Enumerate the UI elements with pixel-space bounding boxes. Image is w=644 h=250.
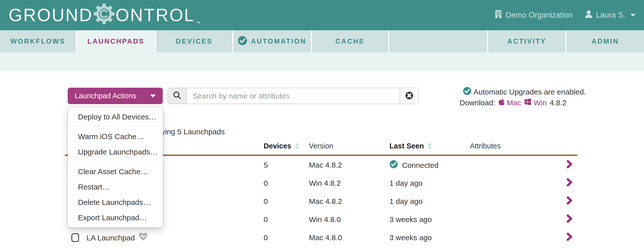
search-addon [168, 88, 187, 104]
download-win-link[interactable]: Win [524, 98, 547, 107]
last-seen-value: 3 weeks ago [389, 233, 432, 242]
menu-item-warm-ios-cache[interactable]: Warm iOS Cache… [68, 129, 163, 144]
tab-activity[interactable]: ACTIVITY [488, 30, 567, 52]
sub-nav-band [0, 52, 644, 71]
chevron-right-icon[interactable] [567, 160, 573, 170]
column-header-last-seen[interactable]: Last Seen [389, 142, 432, 150]
apple-icon [498, 98, 505, 108]
tab-admin[interactable]: ADMIN [567, 30, 644, 52]
sort-icon [295, 143, 299, 149]
devices-count: 0 [264, 215, 268, 224]
connected-check-icon [389, 160, 398, 170]
row-checkbox[interactable] [71, 233, 79, 242]
version-value: Win 4.8.0 [309, 215, 341, 224]
column-header-attributes: Attributes [470, 142, 501, 150]
sort-icon [427, 143, 432, 149]
tab-workflows[interactable]: WORKFLOWS [0, 30, 77, 52]
chevron-right-icon[interactable] [567, 196, 573, 207]
chevron-down-icon [150, 95, 156, 98]
last-seen-value: Connected [389, 160, 438, 170]
chevron-right-icon[interactable] [567, 178, 573, 189]
devices-count: 0 [264, 197, 268, 206]
column-header-version: Version [309, 142, 333, 150]
check-circle-icon [238, 36, 247, 47]
windows-icon [524, 98, 532, 107]
main-nav-tabs: WORKFLOWS LAUNCHPADS DEVICES AUTOMATION … [0, 30, 644, 52]
column-header-devices[interactable]: Devices [264, 142, 299, 150]
download-version: 4.8.2 [550, 99, 567, 107]
clear-search-button[interactable] [400, 88, 418, 104]
last-seen-value: 3 weeks ago [389, 215, 432, 224]
menu-item-delete-launchpads[interactable]: Delete Launchpads… [68, 195, 163, 210]
logo-text-ontrol: ONTROL [115, 6, 195, 24]
launchpad-actions-menu: Deploy to All Devices… Warm iOS Cache… U… [68, 107, 163, 228]
user-icon [585, 10, 592, 20]
groundcontrol-app: GROUND [0, 0, 644, 250]
svg-text:C: C [99, 7, 109, 21]
download-mac-link[interactable]: Mac [498, 98, 521, 108]
tab-spacer [389, 30, 488, 52]
app-header: GROUND [0, 0, 644, 30]
header-right: Demo Organization Laura S. [495, 10, 635, 21]
groundcontrol-logo: GROUND [9, 4, 200, 27]
last-seen-value: 1 day ago [389, 179, 423, 188]
devices-count: 0 [264, 179, 268, 188]
logo-trademark: ™ [196, 21, 200, 25]
devices-count: 0 [264, 233, 268, 242]
tab-automation[interactable]: AUTOMATION [233, 30, 312, 52]
version-value: Mac 4.8.2 [309, 197, 342, 206]
menu-item-export-launchpad[interactable]: Export Launchpad… [68, 210, 163, 225]
heart-pulse-icon [138, 233, 148, 243]
version-value: Win 4.8.2 [309, 179, 341, 188]
circle-x-icon [405, 91, 413, 101]
chevron-right-icon[interactable] [567, 233, 573, 243]
building-icon [495, 10, 502, 21]
menu-item-upgrade-launchpads[interactable]: Upgrade Launchpads… [68, 144, 163, 160]
menu-divider [68, 162, 163, 162]
version-value: Mac 4.8.2 [309, 161, 342, 169]
tab-cache[interactable]: CACHE [312, 30, 389, 52]
check-circle-icon [463, 87, 471, 97]
launchpad-actions-button[interactable]: Launchpad Actions [68, 88, 163, 104]
organization-name: Demo Organization [506, 11, 573, 20]
search-bar [168, 88, 419, 104]
organization-menu[interactable]: Demo Organization [495, 10, 573, 21]
chevron-right-icon[interactable] [567, 214, 573, 225]
gear-logo-icon: C [94, 4, 114, 27]
devices-count: 5 [264, 161, 268, 169]
version-value: Mac 4.8.0 [309, 233, 342, 242]
search-icon [173, 91, 182, 101]
auto-upgrade-status: Automatic Upgrades are enabled. [463, 87, 586, 97]
menu-divider [68, 127, 163, 127]
download-line: Download: Mac Win 4.8.2 [460, 98, 567, 108]
chevron-down-icon [630, 14, 635, 17]
user-menu[interactable]: Laura S. [585, 10, 635, 20]
user-name: Laura S. [596, 11, 625, 20]
search-input[interactable] [187, 88, 400, 104]
menu-item-restart[interactable]: Restart… [68, 179, 163, 195]
tab-devices[interactable]: DEVICES [156, 30, 233, 52]
download-label: Download: [460, 99, 495, 107]
last-seen-value: 1 day ago [389, 197, 423, 206]
menu-item-clear-asset-cache[interactable]: Clear Asset Cache… [68, 164, 163, 179]
menu-item-deploy-to-all-devices[interactable]: Deploy to All Devices… [68, 109, 163, 124]
tab-launchpads[interactable]: LAUNCHPADS [77, 30, 156, 52]
table-row[interactable]: LA Launchpad 0 Mac 4.8.0 3 weeks ago [65, 229, 578, 247]
launchpad-name-cell: LA Launchpad [87, 233, 148, 243]
logo-text-ground: GROUND [9, 6, 93, 24]
